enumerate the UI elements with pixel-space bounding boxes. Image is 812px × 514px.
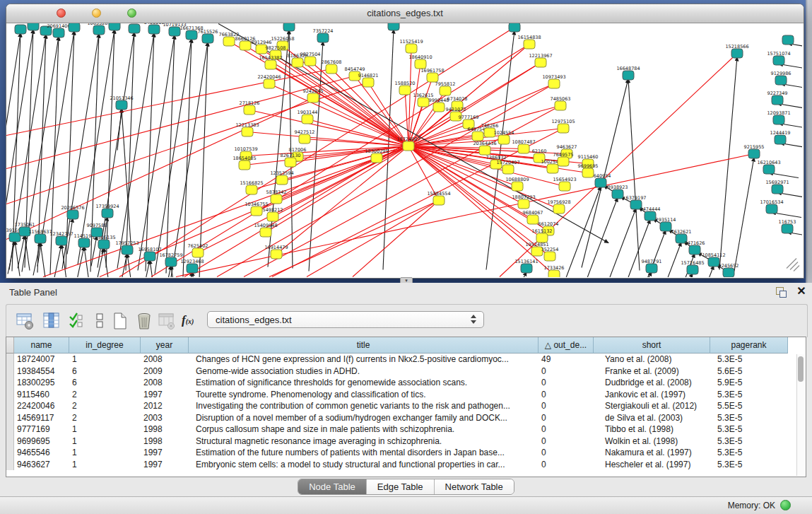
edge[interactable] — [117, 109, 122, 151]
table-cell[interactable]: 2009 — [141, 366, 189, 378]
edge[interactable] — [143, 260, 150, 278]
graph-node[interactable] — [512, 182, 523, 191]
graph-node[interactable] — [555, 101, 566, 110]
table-cell[interactable]: 5.3E-5 — [710, 389, 788, 401]
graph-node[interactable] — [69, 23, 80, 32]
edge[interactable] — [307, 201, 439, 277]
table-cell[interactable]: Wolkin et al. (1998) — [594, 436, 710, 448]
edge[interactable] — [146, 33, 154, 271]
show-column-icon[interactable] — [42, 312, 61, 330]
float-panel-icon[interactable] — [776, 287, 787, 298]
column-header-in_degree[interactable]: in_degree — [69, 337, 141, 354]
column-header-year[interactable]: year — [141, 337, 189, 354]
table-cell[interactable]: Yano et al. (2008) — [594, 354, 710, 366]
graph-node[interactable] — [548, 270, 560, 277]
graph-node[interactable] — [502, 165, 514, 174]
table-cell[interactable]: 1 — [69, 447, 141, 459]
edge[interactable] — [176, 154, 754, 277]
graph-node[interactable] — [535, 58, 546, 67]
tab-network-table[interactable]: Network Table — [435, 479, 514, 494]
graph-node[interactable] — [129, 24, 140, 33]
row-gutter-cell[interactable] — [6, 377, 14, 389]
table-row[interactable]: 2242004622012Investigating the contribut… — [6, 400, 806, 412]
graph-node[interactable] — [558, 157, 569, 166]
table-cell[interactable]: 5.3E-5 — [710, 459, 788, 471]
table-cell[interactable]: 14569117 — [14, 412, 69, 424]
table-cell[interactable]: Jankovic et al. (1997) — [594, 389, 710, 401]
table-cell[interactable]: 1997 — [141, 459, 189, 471]
edge[interactable] — [43, 158, 377, 277]
graph-node[interactable] — [548, 79, 560, 88]
graph-node[interactable] — [547, 164, 558, 173]
table-row[interactable]: 977716911998Corpus callosum shape and si… — [6, 424, 806, 436]
table-cell[interactable]: 2 — [69, 412, 141, 424]
table-row[interactable]: 1830029562008Estimation of significance … — [6, 377, 806, 389]
graph-node[interactable] — [418, 98, 429, 107]
graph-node[interactable] — [144, 252, 155, 261]
table-cell[interactable]: 1997 — [141, 389, 189, 401]
graph-node[interactable] — [775, 76, 787, 85]
table-cell[interactable]: 2008 — [141, 354, 189, 366]
graph-node[interactable] — [763, 165, 775, 174]
graph-node[interactable] — [772, 185, 783, 194]
edge[interactable] — [611, 220, 650, 278]
table-row[interactable]: 946554611997Estimation of the future num… — [6, 447, 806, 459]
table-cell[interactable]: 2 — [69, 389, 141, 401]
graph-node[interactable] — [165, 257, 177, 267]
delete-table-icon[interactable] — [135, 312, 153, 330]
table-cell[interactable]: Estimation of the future numbers of pati… — [189, 447, 539, 459]
graph-node[interactable] — [623, 71, 634, 80]
function-builder-icon[interactable]: f(x) — [182, 313, 194, 327]
graph-node[interactable] — [406, 44, 417, 53]
graph-node[interactable] — [53, 28, 64, 37]
graph-node[interactable] — [239, 160, 250, 170]
graph-node[interactable] — [78, 238, 90, 247]
graph-node[interactable] — [244, 105, 255, 115]
graph-node[interactable] — [689, 245, 700, 255]
graph-node[interactable] — [509, 23, 520, 32]
table-cell[interactable]: 6 — [69, 377, 141, 389]
column-header-pagerank[interactable]: pagerank — [710, 337, 788, 354]
table-cell[interactable]: 5.3E-5 — [710, 447, 788, 459]
edge[interactable] — [100, 158, 377, 277]
table-cell[interactable]: Hescheler et al. (1997) — [594, 459, 710, 471]
graph-node[interactable] — [479, 146, 490, 155]
edge[interactable] — [33, 243, 40, 276]
table-cell[interactable]: 1997 — [141, 447, 189, 459]
scrollbar-thumb[interactable] — [798, 356, 804, 382]
row-gutter-cell[interactable] — [6, 400, 14, 412]
network-canvas[interactable]: 2405572206914061065528715276026466161107… — [6, 23, 802, 277]
graph-node[interactable] — [723, 268, 734, 277]
table-cell[interactable]: 2 — [69, 400, 141, 412]
graph-node[interactable] — [56, 236, 67, 245]
edge[interactable] — [150, 260, 155, 278]
table-cell[interactable]: 5.3E-5 — [710, 412, 788, 424]
graph-node[interactable] — [302, 115, 313, 124]
table-cell[interactable]: Stergiakouli et al. (2012) — [594, 400, 710, 412]
resize-handle-icon[interactable] — [787, 259, 799, 271]
graph-node[interactable] — [559, 182, 570, 191]
select-rows-icon[interactable] — [69, 312, 87, 330]
edge[interactable] — [628, 79, 640, 271]
table-cell[interactable]: 0 — [539, 424, 594, 436]
row-gutter-cell[interactable] — [6, 424, 14, 436]
graph-node[interactable] — [518, 199, 529, 209]
graph-node[interactable] — [595, 178, 606, 187]
column-header-name[interactable]: name — [14, 337, 69, 354]
row-gutter-cell[interactable] — [6, 447, 14, 459]
graph-node[interactable] — [440, 86, 451, 95]
edge[interactable] — [719, 57, 737, 270]
graph-node[interactable] — [326, 64, 337, 74]
edge[interactable] — [199, 42, 208, 278]
graph-node[interactable] — [186, 30, 197, 40]
graph-node[interactable] — [122, 245, 133, 255]
table-cell[interactable]: 18300295 — [14, 377, 69, 389]
graph-node[interactable] — [388, 23, 399, 30]
graph-node[interactable] — [283, 23, 295, 31]
table-cell[interactable]: Estimation of significance thresholds fo… — [189, 377, 539, 389]
graph-node[interactable] — [265, 60, 276, 69]
table-cell[interactable]: Disruption of a novel member of a sodium… — [189, 412, 539, 424]
graph-node[interactable] — [267, 212, 278, 221]
graph-node[interactable] — [148, 25, 160, 34]
edge[interactable] — [119, 28, 514, 277]
